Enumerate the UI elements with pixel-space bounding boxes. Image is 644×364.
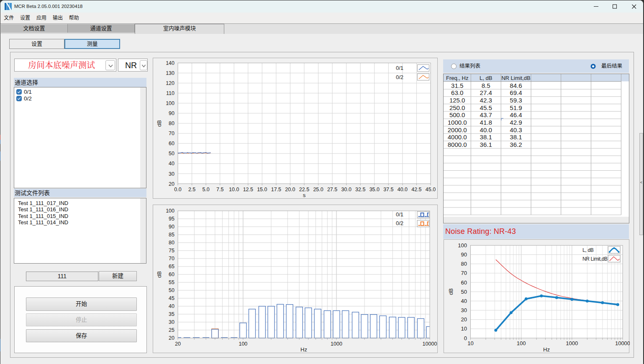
svg-text:20.0: 20.0 (285, 187, 295, 192)
svg-text:10000: 10000 (615, 340, 630, 346)
svg-text:30: 30 (169, 319, 174, 325)
svg-text:0: 0 (464, 335, 467, 341)
svg-text:20: 20 (175, 341, 181, 347)
svg-text:NR Limit,dB: NR Limit,dB (582, 256, 608, 262)
svg-text:500.0: 500.0 (449, 111, 465, 118)
svg-text:0.0: 0.0 (174, 187, 181, 192)
svg-text:59.3: 59.3 (510, 97, 522, 104)
svg-text:42.9: 42.9 (510, 119, 522, 126)
svg-text:75: 75 (169, 248, 174, 254)
svg-text:40: 40 (461, 298, 467, 304)
svg-text:30: 30 (169, 171, 174, 177)
svg-text:20: 20 (169, 181, 174, 187)
svg-text:36.1: 36.1 (480, 141, 492, 148)
svg-text:2.5: 2.5 (188, 187, 195, 192)
svg-text:27.5: 27.5 (327, 187, 337, 192)
svg-text:s: s (303, 192, 306, 198)
svg-text:8.5: 8.5 (482, 82, 490, 89)
svg-text:50: 50 (169, 151, 174, 156)
svg-text:40.0: 40.0 (398, 187, 408, 192)
svg-text:Hz: Hz (543, 346, 550, 353)
svg-text:22.5: 22.5 (299, 187, 309, 192)
svg-text:84.6: 84.6 (510, 82, 522, 89)
svg-text:0/1: 0/1 (396, 211, 403, 218)
svg-text:dB: dB (448, 288, 454, 295)
svg-text:0/2: 0/2 (396, 220, 403, 226)
svg-text:dB: dB (156, 120, 162, 127)
svg-text:L, dB: L, dB (480, 75, 492, 81)
svg-text:8000.0: 8000.0 (448, 141, 467, 148)
svg-text:100: 100 (166, 100, 174, 106)
svg-text:50: 50 (461, 289, 467, 295)
svg-text:27.4: 27.4 (480, 89, 492, 96)
svg-text:20: 20 (461, 316, 467, 323)
svg-text:70: 70 (169, 131, 174, 136)
svg-text:5.0: 5.0 (202, 187, 209, 192)
svg-text:40.0: 40.0 (480, 126, 492, 133)
svg-text:1000: 1000 (566, 340, 578, 346)
svg-text:25: 25 (169, 327, 174, 333)
svg-text:40.3: 40.3 (510, 126, 522, 133)
svg-text:10: 10 (461, 326, 467, 332)
svg-text:46.4: 46.4 (510, 111, 522, 118)
svg-text:100: 100 (166, 208, 174, 214)
svg-text:31.5: 31.5 (451, 82, 463, 89)
svg-text:95: 95 (169, 216, 174, 222)
svg-text:42.5: 42.5 (411, 187, 421, 192)
svg-text:10000: 10000 (423, 341, 437, 347)
svg-text:51.9: 51.9 (510, 104, 522, 111)
svg-text:37.5: 37.5 (383, 187, 393, 192)
svg-text:45.5: 45.5 (480, 104, 492, 111)
svg-text:15.0: 15.0 (257, 187, 267, 192)
svg-text:30: 30 (461, 307, 467, 313)
svg-text:45.0: 45.0 (426, 187, 436, 192)
svg-text:10.0: 10.0 (229, 187, 239, 192)
svg-text:60: 60 (169, 141, 174, 146)
svg-text:41.8: 41.8 (480, 119, 492, 126)
svg-text:0/1: 0/1 (396, 65, 403, 71)
svg-text:43.7: 43.7 (480, 111, 492, 118)
svg-text:70: 70 (461, 270, 467, 276)
svg-text:35.0: 35.0 (369, 187, 380, 192)
svg-text:60: 60 (169, 272, 174, 277)
svg-text:10: 10 (467, 340, 473, 346)
svg-text:dB: dB (156, 271, 162, 278)
svg-text:12.5: 12.5 (243, 187, 253, 192)
svg-text:4000.0: 4000.0 (448, 133, 467, 141)
svg-text:110: 110 (166, 90, 174, 96)
svg-text:1000: 1000 (331, 341, 342, 347)
svg-text:7.5: 7.5 (216, 187, 223, 192)
svg-text:L, dB: L, dB (582, 247, 594, 253)
svg-text:40: 40 (169, 161, 174, 167)
svg-text:69.4: 69.4 (510, 89, 522, 96)
svg-text:140: 140 (166, 60, 174, 66)
svg-text:85: 85 (169, 232, 174, 238)
svg-text:42.3: 42.3 (480, 97, 492, 104)
svg-text:38.1: 38.1 (510, 133, 522, 141)
svg-text:100: 100 (239, 341, 247, 347)
svg-text:90: 90 (461, 251, 467, 258)
svg-text:2000.0: 2000.0 (448, 126, 467, 133)
svg-text:45: 45 (169, 295, 174, 301)
svg-text:100: 100 (458, 242, 467, 249)
svg-text:36.2: 36.2 (510, 141, 522, 148)
svg-text:35: 35 (169, 311, 174, 317)
svg-text:80: 80 (169, 120, 174, 126)
svg-text:100: 100 (517, 340, 526, 346)
svg-text:0/2: 0/2 (396, 74, 403, 80)
svg-text:NR Limit,dB: NR Limit,dB (501, 75, 530, 81)
svg-text:70: 70 (169, 256, 174, 261)
svg-text:32.5: 32.5 (355, 187, 365, 192)
svg-text:65: 65 (169, 264, 174, 269)
svg-text:17.5: 17.5 (271, 187, 281, 192)
svg-text:1000.0: 1000.0 (448, 119, 467, 126)
svg-text:60: 60 (461, 279, 467, 286)
svg-text:90: 90 (169, 224, 174, 230)
svg-text:250.0: 250.0 (449, 104, 465, 111)
svg-text:80: 80 (461, 261, 467, 267)
svg-text:40: 40 (169, 303, 174, 309)
svg-text:130: 130 (166, 70, 174, 76)
svg-text:80: 80 (169, 240, 174, 246)
svg-text:38.1: 38.1 (480, 133, 492, 141)
svg-text:50: 50 (169, 287, 174, 293)
